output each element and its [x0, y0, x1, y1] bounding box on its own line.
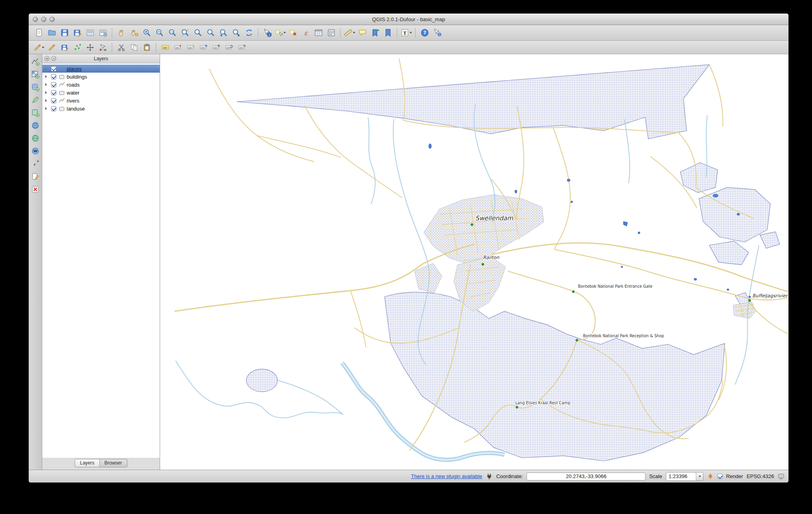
zoom-out[interactable] — [153, 27, 166, 38]
layer-expand-icon[interactable] — [45, 83, 49, 86]
add-postgis-layer[interactable] — [30, 82, 41, 92]
zoom-in[interactable] — [141, 27, 153, 38]
zoom-full[interactable] — [179, 27, 191, 38]
layer-label[interactable]: places — [67, 66, 82, 72]
scale-input[interactable] — [666, 472, 696, 480]
layer-expand-icon[interactable] — [45, 67, 49, 70]
zoom-actual-size[interactable]: 1:1 — [166, 27, 178, 38]
layer-visibility-checkbox[interactable] — [51, 82, 56, 87]
scale-dropdown-icon[interactable] — [696, 472, 703, 480]
select-features[interactable] — [274, 27, 286, 38]
zoom-to-layer[interactable] — [204, 27, 217, 38]
zoom-window-button[interactable] — [50, 17, 55, 22]
layer-visibility-checkbox[interactable] — [51, 66, 56, 71]
rotate-label[interactable]: abc — [223, 42, 235, 53]
deselect-features[interactable] — [287, 27, 299, 38]
cut-features[interactable] — [115, 42, 127, 53]
open-attribute-table[interactable] — [312, 27, 325, 38]
new-bookmark[interactable] — [369, 27, 381, 38]
paste-features[interactable] — [141, 42, 153, 53]
layer-label[interactable]: landuse — [67, 106, 85, 112]
dropdown-caret-icon[interactable] — [283, 32, 286, 34]
layer-row-buildings[interactable]: buildings — [42, 73, 160, 81]
help[interactable]: ? — [418, 27, 431, 38]
add-wfs-layer[interactable]: W — [30, 146, 41, 156]
new-print-composer[interactable] — [84, 27, 96, 38]
toggle-editing[interactable] — [46, 42, 58, 53]
current-edits[interactable] — [33, 42, 45, 53]
add-wms-layer[interactable] — [30, 120, 41, 130]
new-project[interactable] — [33, 27, 45, 38]
zoom-last[interactable] — [217, 27, 230, 38]
layer-label[interactable]: buildings — [67, 74, 87, 80]
copy-features[interactable] — [128, 42, 140, 53]
save-project[interactable] — [58, 27, 71, 38]
plugin-available-link[interactable]: There is a new plugin available — [411, 473, 482, 479]
measure[interactable] — [343, 27, 356, 38]
remove-layer[interactable] — [30, 184, 41, 194]
panel-tab-browser[interactable]: Browser — [100, 459, 127, 467]
dropdown-caret-icon[interactable] — [42, 47, 44, 48]
layer-expand-icon[interactable] — [45, 99, 49, 102]
panel-close-icon[interactable] — [44, 56, 50, 61]
crs-status-icon[interactable] — [778, 473, 784, 480]
identify-features[interactable]: i — [261, 27, 273, 38]
labeling[interactable]: abc — [159, 42, 171, 53]
pan-map[interactable] — [115, 27, 127, 38]
layer-row-landuse[interactable]: landuse — [42, 105, 160, 113]
layer-label[interactable]: roads — [67, 82, 80, 88]
node-tool[interactable] — [97, 42, 109, 53]
minimize-window-button[interactable] — [41, 17, 46, 22]
add-raster-layer[interactable] — [30, 69, 41, 79]
refresh-map[interactable] — [243, 27, 255, 38]
panel-tab-layers[interactable]: Layers — [75, 459, 99, 467]
render-checkbox[interactable] — [717, 474, 723, 479]
title-bar[interactable]: QGIS 2.0.1-Dufour - basic_map — [29, 14, 788, 25]
add-feature[interactable] — [71, 42, 83, 53]
field-calculator[interactable] — [325, 27, 337, 38]
composer-manager[interactable] — [97, 27, 109, 38]
layer-visibility-checkbox[interactable] — [51, 98, 56, 103]
save-project-as[interactable] — [71, 27, 83, 38]
add-wcs-layer[interactable] — [30, 133, 41, 143]
layer-expand-icon[interactable] — [45, 107, 49, 110]
plugin-icon[interactable] — [486, 473, 493, 480]
layer-visibility-checkbox[interactable] — [51, 74, 56, 79]
layer-label[interactable]: water — [67, 90, 79, 96]
layer-expand-icon[interactable] — [45, 75, 49, 78]
layer-row-water[interactable]: water — [42, 89, 160, 97]
panel-detach-icon[interactable] — [51, 56, 56, 61]
add-delimited-text-layer[interactable]: , — [30, 158, 41, 169]
new-shapefile-layer[interactable] — [30, 171, 41, 182]
zoom-to-selection[interactable] — [192, 27, 204, 38]
pan-to-selection[interactable] — [128, 27, 140, 38]
show-hide-labels[interactable]: abc — [197, 42, 210, 53]
add-vector-layer[interactable] — [30, 56, 41, 67]
select-by-expression[interactable]: ε — [299, 27, 312, 38]
dropdown-caret-icon[interactable] — [353, 32, 355, 34]
dropdown-caret-icon[interactable] — [410, 32, 412, 34]
scale-combo[interactable] — [666, 472, 703, 481]
open-project[interactable] — [46, 27, 58, 38]
coordinate-input[interactable] — [527, 472, 646, 480]
layer-row-roads[interactable]: roads — [42, 81, 160, 89]
whats-this[interactable]: ? — [431, 27, 444, 38]
zoom-next[interactable] — [230, 27, 242, 38]
highlight-pinned-labels[interactable]: abc — [184, 42, 197, 53]
map-svg[interactable]: SwellendamRailtonBontebok National Park … — [160, 54, 788, 470]
map-tips[interactable] — [356, 27, 368, 38]
layer-expand-icon[interactable] — [45, 91, 49, 94]
add-spatialite-layer[interactable] — [30, 95, 41, 105]
move-label[interactable]: abc — [210, 42, 222, 53]
change-label-properties[interactable]: abc — [236, 42, 248, 53]
layer-visibility-checkbox[interactable] — [51, 106, 56, 111]
stop-rendering-icon[interactable] — [707, 473, 714, 480]
save-layer-edits[interactable] — [58, 42, 71, 53]
layer-row-rivers[interactable]: rivers — [42, 97, 160, 105]
pin-unpin-labels[interactable]: abc — [172, 42, 184, 53]
close-window-button[interactable] — [33, 17, 38, 22]
show-bookmarks[interactable] — [382, 27, 394, 38]
layer-visibility-checkbox[interactable] — [51, 90, 56, 95]
add-mssql-layer[interactable] — [30, 107, 41, 118]
map-canvas[interactable]: SwellendamRailtonBontebok National Park … — [160, 54, 788, 470]
